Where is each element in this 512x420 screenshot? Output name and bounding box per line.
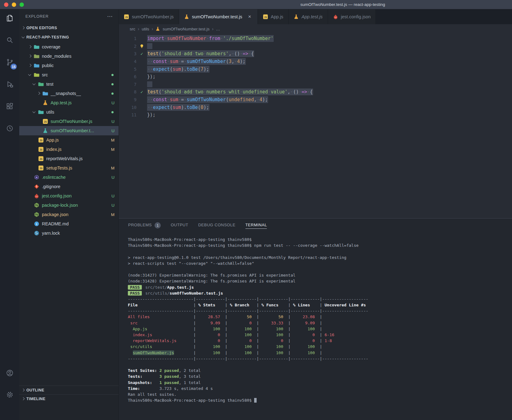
search-icon xyxy=(6,36,14,46)
tab-app-js[interactable]: JSApp.js xyxy=(258,9,289,24)
chevron-spacer xyxy=(32,165,37,171)
activity-timeline-button[interactable] xyxy=(2,121,17,136)
tree-item-node-modules[interactable]: node_modules xyxy=(19,52,119,61)
git-status-badge: U xyxy=(111,129,115,133)
panel-tab-label: TERMINAL xyxy=(245,223,267,229)
close-window-button[interactable] xyxy=(4,2,8,7)
terminal-line: ---------------------------|------------… xyxy=(128,356,512,362)
breadcrumb-utils[interactable]: utils xyxy=(142,27,149,31)
tree-item-readme-md[interactable]: iREADME.md xyxy=(19,219,119,228)
git-changes-dot xyxy=(111,83,114,85)
project-section-header[interactable]: REACT-APP-TESTING xyxy=(19,33,119,42)
js-icon: JS xyxy=(263,14,268,20)
tree-item-sumoftwonumber-js[interactable]: JSsumOfTwoNumber.jsU xyxy=(19,117,119,126)
code-line-7: 7 xyxy=(119,81,512,88)
activity-accounts-button[interactable] xyxy=(2,366,17,381)
titlebar: sumOfTwoNumber.test.js — react-app-testi… xyxy=(0,0,512,9)
tree-item-app-js[interactable]: JSApp.jsM xyxy=(19,135,119,145)
tree-item-yarn-lock[interactable]: yarn.lock xyxy=(19,228,119,238)
terminal-output[interactable]: Thainv580s-MacBook-Pro:react-app-testing… xyxy=(119,233,512,403)
tab-sumoftwonumber-test-js[interactable]: sumOfTwoNumber.test.js× xyxy=(179,9,258,24)
terminal-line: Time: 3.723 s, estimated 4 s xyxy=(128,386,512,391)
flask-icon xyxy=(184,14,189,20)
tree-item-jest-config-json[interactable]: jest.config.jsonU xyxy=(19,191,119,201)
breadcrumb: src utils sumOfTwoNumber.test.js … xyxy=(119,24,512,34)
chevron-spacer xyxy=(36,128,41,133)
js-icon: JS xyxy=(38,147,44,152)
tree-item-package-lock-json[interactable]: package-lock.jsonU xyxy=(19,201,119,210)
tab-app-test-js[interactable]: App.test.js xyxy=(289,9,328,24)
panel-tab-problems[interactable]: PROBLEMS1 xyxy=(128,222,161,229)
tree-item-label: sumOfTwoNumber.js xyxy=(51,119,92,124)
zoom-window-button[interactable] xyxy=(20,2,24,7)
tree-item-setuptests-js[interactable]: JSsetupTests.jsM xyxy=(19,163,119,173)
code-line-3: 3✓test('should·add·two·numbers',·()·=>·{ xyxy=(119,50,512,58)
test-pass-icon: ✓ xyxy=(137,51,147,56)
panel-tab-terminal[interactable]: TERMINAL xyxy=(245,223,267,229)
tree-item-test[interactable]: test xyxy=(19,79,119,89)
js-icon: JS xyxy=(38,137,44,143)
tree-item-app-test-js[interactable]: App.test.jsU xyxy=(19,98,119,107)
tree-item-eslintcache[interactable]: .eslintcacheU xyxy=(19,173,119,182)
tree-item-sumoftwonumber-t[interactable]: sumOfTwoNumber.t...U xyxy=(19,126,119,135)
tree-item-public[interactable]: public xyxy=(19,61,119,70)
tree-item-reportwebvitals-js[interactable]: JSreportWebVitals.js xyxy=(19,154,119,163)
activity-explorer-button[interactable] xyxy=(2,11,17,26)
tab-sumoftwonumber-js[interactable]: JSsumOfTwoNumber.js xyxy=(119,9,179,24)
minimize-window-button[interactable] xyxy=(12,2,16,7)
code-line-2: 2 xyxy=(119,43,512,50)
explorer-sidebar: EXPLORER ⋯ OPEN EDITORS REACT-APP-TESTIN… xyxy=(19,9,119,420)
breadcrumb-src[interactable]: src xyxy=(130,27,135,31)
tree-item-label: utils xyxy=(46,110,54,115)
activity-search-button[interactable] xyxy=(2,33,17,48)
panel-tab-output[interactable]: OUTPUT xyxy=(171,223,188,229)
explorer-more-actions-button[interactable]: ⋯ xyxy=(107,13,113,20)
terminal-line: Tests: 3 passed, 3 total xyxy=(128,373,512,379)
activity-run-and-debug-button[interactable] xyxy=(2,77,17,92)
timeline-section-header[interactable]: TIMELINE xyxy=(19,394,119,403)
code-text: test('should·add·two·numbers·whit·undefi… xyxy=(147,89,313,95)
breadcrumb-file[interactable]: sumOfTwoNumber.test.js xyxy=(163,27,209,31)
breadcrumb-more[interactable]: … xyxy=(216,27,220,31)
tree-item-label: README.md xyxy=(42,221,69,226)
folder-icon xyxy=(43,91,48,96)
chevron-spacer xyxy=(27,175,33,180)
line-number: 6 xyxy=(119,74,137,79)
panel-tab-debug-console[interactable]: DEBUG CONSOLE xyxy=(198,223,236,229)
tree-item-package-json[interactable]: package.jsonM xyxy=(19,210,119,219)
chevron-spacer xyxy=(27,193,33,199)
activity-manage-button[interactable] xyxy=(2,388,17,403)
tree-item-src[interactable]: src xyxy=(19,70,119,79)
tab-jest-config-json[interactable]: jest.config.json xyxy=(328,9,376,24)
tree-item-label: package.json xyxy=(42,212,68,217)
chevron-spacer xyxy=(27,184,33,189)
extensions-icon xyxy=(6,102,14,112)
git-changes-dot xyxy=(111,93,114,95)
terminal-line: Snapshots: 1 passed, 1 total xyxy=(128,380,512,386)
window-title: sumOfTwoNumber.test.js — react-app-testi… xyxy=(300,0,385,9)
terminal-cursor xyxy=(254,398,257,403)
open-editors-section-header[interactable]: OPEN EDITORS xyxy=(19,24,119,32)
git-status-badge: U xyxy=(111,194,115,198)
close-tab-icon[interactable]: × xyxy=(247,14,253,20)
outline-section-header[interactable]: OUTLINE xyxy=(19,386,119,394)
tree-item-gitignore[interactable]: .gitignore xyxy=(19,182,119,191)
tree-item-coverage[interactable]: coverage xyxy=(19,42,119,52)
tree-item-utils[interactable]: utils xyxy=(19,107,119,117)
tree-item-label: App.test.js xyxy=(51,100,72,105)
chevron-spacer xyxy=(32,147,37,152)
tree-item-label: sumOfTwoNumber.t... xyxy=(51,128,94,133)
tree-item-index-js[interactable]: JSindex.jsM xyxy=(19,145,119,154)
activity-source-control-button[interactable]: 15 xyxy=(2,55,17,70)
flask-icon xyxy=(294,14,299,20)
tree-item-snapshots[interactable]: __snapshots__ xyxy=(19,89,119,98)
flask-icon xyxy=(43,128,48,133)
activity-extensions-button[interactable] xyxy=(2,99,17,114)
lightbulb-icon[interactable] xyxy=(137,44,147,49)
terminal-line xyxy=(128,248,512,254)
git-status-badge: U xyxy=(111,203,115,208)
chevron-spacer xyxy=(27,203,33,208)
chevron-spacer xyxy=(27,221,33,227)
terminal-line: (node:31428) ExperimentalWarning: The fs… xyxy=(128,278,512,284)
code-editor[interactable]: 1import·sumOfTwoNumber·from·'./sumOfTwoN… xyxy=(119,34,512,218)
